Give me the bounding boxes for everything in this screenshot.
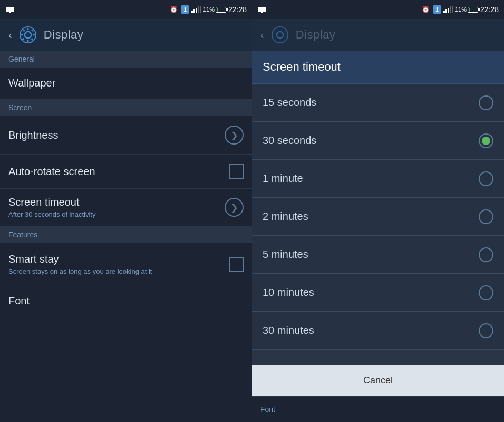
dialog-title: Screen timeout [252,51,504,84]
status-bar: ⏰ 1 11% 22:28 [0,0,504,19]
option-30s[interactable]: 30 seconds [252,122,504,160]
option-10m-radio[interactable] [479,285,493,300]
svg-rect-3 [191,11,193,13]
menu-item-smart-stay[interactable]: Smart stay Screen stays on as long as yo… [0,243,252,285]
right-panel-bg-title: Display [296,28,336,42]
svg-rect-0 [6,7,14,12]
main-content: ‹ Display General [0,19,504,422]
screen-timeout-subtitle: After 30 seconds of inactivity [8,210,95,218]
option-2m-label: 2 minutes [263,210,308,223]
left-panel-header: ‹ Display [0,19,252,51]
option-15s-radio[interactable] [479,95,493,110]
brightness-text: Brightness [8,129,59,141]
svg-rect-19 [21,34,23,36]
svg-rect-8 [258,7,266,12]
wallpaper-title: Wallpaper [8,77,55,89]
left-panel-title: Display [44,28,84,42]
status-right-left: ⏰ 1 11% 22:28 [169,5,247,14]
status-right-right: ⏰ 1 11% 22:28 [421,5,499,14]
option-10m[interactable]: 10 minutes [252,274,504,312]
option-2m-radio[interactable] [479,209,493,224]
alarm-icon-right: ⏰ [421,5,431,14]
back-button[interactable]: ‹ [8,29,12,41]
smart-stay-text: Smart stay Screen stays on as long as yo… [8,253,152,275]
bg-font-label: Font [252,396,504,422]
auto-rotate-title: Auto-rotate screen [8,166,95,178]
section-features: Features [0,226,252,243]
menu-item-wallpaper[interactable]: Wallpaper [0,68,252,99]
svg-rect-6 [198,6,199,13]
auto-rotate-text: Auto-rotate screen [8,166,95,178]
auto-rotate-checkbox[interactable] [229,164,244,179]
right-panel: ‹ Display Screen timeout 15 seconds [252,19,504,422]
option-1m-label: 1 minute [263,172,303,185]
svg-rect-17 [27,28,28,30]
svg-rect-13 [450,6,451,13]
svg-rect-14 [452,6,453,13]
battery-percent-right: 11% [455,6,467,13]
screen-timeout-text: Screen timeout After 30 seconds of inact… [8,196,95,218]
signal-icon-right [443,5,453,14]
status-icons-left [5,5,15,14]
screen-timeout-dialog: Screen timeout 15 seconds 30 seconds [252,51,504,422]
notification-badge-left: 1 [181,5,189,14]
svg-rect-20 [33,34,35,36]
battery-left: 11% [203,6,226,13]
option-30m-radio[interactable] [479,323,493,338]
notification-icon [5,5,15,14]
cancel-label: Cancel [363,375,393,386]
font-title: Font [8,295,30,307]
notification-badge-right: 1 [433,5,441,14]
back-button-right: ‹ [260,29,264,41]
option-1m-radio[interactable] [479,171,493,186]
option-5m-label: 5 minutes [263,248,308,261]
option-30m[interactable]: 30 minutes [252,312,504,350]
svg-rect-10 [443,11,445,13]
cancel-button[interactable]: Cancel [252,365,504,396]
option-1m[interactable]: 1 minute [252,160,504,198]
option-30m-label: 30 minutes [263,324,314,337]
menu-item-brightness[interactable]: Brightness ❯ [0,116,252,155]
smart-stay-title: Smart stay [8,253,152,265]
svg-rect-11 [445,9,447,13]
option-5m-radio[interactable] [479,247,493,262]
option-30s-radio[interactable] [479,133,493,148]
option-2m[interactable]: 2 minutes [252,198,504,236]
section-general: General [0,51,252,68]
svg-rect-5 [196,8,197,13]
option-5m[interactable]: 5 minutes [252,236,504,274]
signal-icon-left [191,5,201,14]
option-10m-label: 10 minutes [263,286,314,299]
display-gear-icon [18,25,37,44]
smart-stay-subtitle: Screen stays on as long as you are looki… [8,267,152,275]
display-gear-icon-right [270,25,289,44]
screen-timeout-title: Screen timeout [8,196,95,208]
status-bar-left: ⏰ 1 11% 22:28 [0,0,252,19]
option-15s[interactable]: 15 seconds [252,84,504,122]
svg-rect-18 [27,40,28,42]
svg-marker-9 [261,12,263,13]
option-30s-label: 30 seconds [263,135,316,147]
dialog-options: 15 seconds 30 seconds 1 minute [252,84,504,350]
status-bar-right: ⏰ 1 11% 22:28 [252,0,504,19]
screen-timeout-arrow-icon: ❯ [225,198,244,217]
status-icons-right [257,5,267,14]
menu-item-auto-rotate[interactable]: Auto-rotate screen [0,155,252,189]
brightness-arrow-icon: ❯ [225,126,244,145]
svg-rect-1 [7,6,13,7]
alarm-icon-left: ⏰ [169,5,179,14]
section-screen: Screen [0,99,252,116]
time-right: 22:28 [480,5,499,14]
menu-item-screen-timeout[interactable]: Screen timeout After 30 seconds of inact… [0,189,252,226]
brightness-title: Brightness [8,129,59,141]
battery-percent-left: 11% [203,6,215,13]
option-15s-label: 15 seconds [263,97,316,109]
smart-stay-checkbox[interactable] [229,257,244,272]
menu-item-font[interactable]: Font [0,285,252,317]
notification-icon-right [257,5,267,14]
time-left: 22:28 [228,5,247,14]
wallpaper-text: Wallpaper [8,77,55,89]
radio-selected-indicator [482,137,490,145]
svg-point-25 [272,27,288,43]
svg-rect-4 [193,9,195,13]
